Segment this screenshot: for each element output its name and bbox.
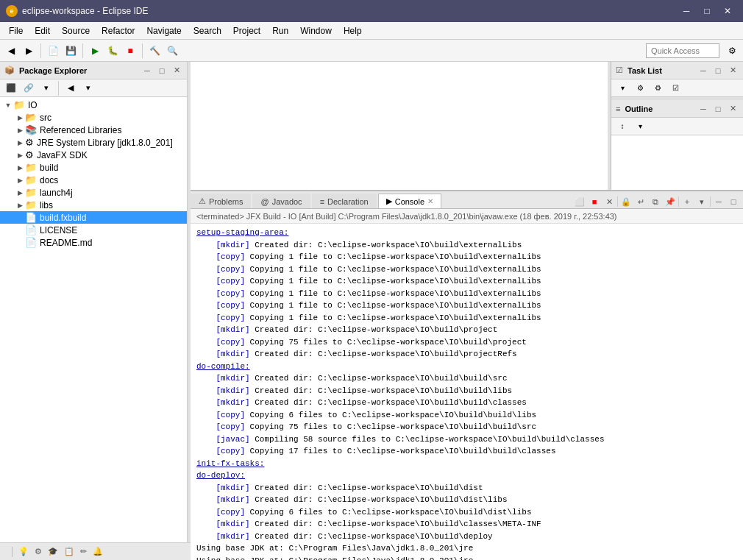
outline-icon: ≡ xyxy=(616,104,620,113)
scroll-lock-btn[interactable]: 🔒 xyxy=(619,195,633,208)
toolbar-sep-3 xyxy=(142,43,143,58)
new-button[interactable]: 📄 xyxy=(45,43,61,59)
tree-item-src[interactable]: ▶ 📂 src xyxy=(0,111,187,124)
tree-item-javafx[interactable]: ▶ ⚙ JavaFX SDK xyxy=(0,149,187,161)
tree-arrow-src: ▶ xyxy=(15,114,25,121)
console-tab[interactable]: ▶ Console ✕ xyxy=(378,194,441,208)
outline-maximize[interactable]: □ xyxy=(712,103,724,115)
word-wrap-btn[interactable]: ↵ xyxy=(634,195,647,208)
tree-item-build[interactable]: ▶ 📁 build xyxy=(0,161,187,174)
tree-item-io[interactable]: ▼ 📁 IO xyxy=(0,99,187,111)
tree-item-docs[interactable]: ▶ 📁 docs xyxy=(0,174,187,186)
right-side-panel: ☑ Task List ─ □ ✕ ▾ ⚙ ⚙ ☑ xyxy=(611,62,743,190)
console-line: [mkdir] Created dir: C:\eclipse-workspac… xyxy=(196,372,737,385)
problems-tab[interactable]: ⚠ Problems xyxy=(191,194,251,208)
console-line: [mkdir] Created dir: C:\eclipse-workspac… xyxy=(196,385,737,397)
menu-item-project[interactable]: Project xyxy=(227,22,266,39)
tree-item-launch4j[interactable]: ▶ 📁 launch4j xyxy=(0,186,187,199)
tree-label-src: src xyxy=(40,113,51,123)
console-line: setup-staging-area: xyxy=(196,227,737,239)
declaration-tab[interactable]: ≡ Declaration xyxy=(312,194,377,208)
tree-item-jresys[interactable]: ▶ ⚙ JRE System Library [jdk1.8.0_201] xyxy=(0,136,187,149)
toolbar-sep-1 xyxy=(40,43,41,58)
package-explorer-close[interactable]: ✕ xyxy=(171,65,182,77)
outline-header: ≡ Outline ─ □ ✕ xyxy=(611,100,743,118)
run-button[interactable]: ▶ xyxy=(87,43,103,59)
back-button[interactable]: ◀ xyxy=(3,43,19,59)
terminated-text: <terminated> JFX Build - IO [Ant Build] … xyxy=(196,212,617,221)
console-menu-btn[interactable]: ▾ xyxy=(695,195,708,208)
task-list-minimize[interactable]: ─ xyxy=(697,65,709,77)
collapse-all-button[interactable]: ⬛ xyxy=(3,80,19,96)
javadoc-tab-icon: @ xyxy=(260,197,269,206)
link-editor-button[interactable]: 🔗 xyxy=(21,80,37,96)
menu-item-source[interactable]: Source xyxy=(56,22,96,39)
menu-item-file[interactable]: File xyxy=(3,22,29,39)
task-complete-btn[interactable]: ☑ xyxy=(667,80,683,96)
editor-area: ☑ Task List ─ □ ✕ ▾ ⚙ ⚙ ☑ xyxy=(191,62,743,191)
outline-sort-btn[interactable]: ↕ xyxy=(614,118,630,135)
status-icon4: 📋 xyxy=(64,547,74,556)
tree-item-libs[interactable]: ▶ 📁 libs xyxy=(0,199,187,211)
task-new-btn[interactable]: ▾ xyxy=(614,80,630,96)
tree-item-license[interactable]: 📄 LICENSE xyxy=(0,224,187,236)
new-console-btn[interactable]: + xyxy=(680,195,694,208)
close-button[interactable]: ✕ xyxy=(718,4,737,18)
terminate-console-btn[interactable]: ✕ xyxy=(602,195,616,208)
search-toolbar-button[interactable]: 🔍 xyxy=(164,43,180,59)
stop-console-btn[interactable]: ■ xyxy=(588,195,601,208)
forward-button[interactable]: ▶ xyxy=(21,43,37,59)
console-line: [copy] Copying 17 files to C:\eclipse-wo… xyxy=(196,445,737,458)
menu-item-search[interactable]: Search xyxy=(188,22,227,39)
console-tab-close[interactable]: ✕ xyxy=(427,198,433,205)
tree-item-buildfx[interactable]: 📄 build.fxbuild xyxy=(0,211,187,224)
pin-console-btn[interactable]: 📌 xyxy=(664,195,677,208)
console-line: [copy] Copying 1 file to C:\eclipse-work… xyxy=(196,251,737,263)
outline-filter-btn[interactable]: ▾ xyxy=(632,118,648,135)
menu-item-window[interactable]: Window xyxy=(294,22,338,39)
quick-access-input[interactable] xyxy=(646,43,719,58)
tree-arrow-javafx: ▶ xyxy=(15,152,25,159)
console-max-btn[interactable]: □ xyxy=(727,195,740,208)
package-explorer-maximize[interactable]: □ xyxy=(156,65,168,77)
status-bulb-icon: 💡 xyxy=(18,547,29,556)
stop-button[interactable]: ■ xyxy=(122,43,138,59)
toolbar: ◀ ▶ 📄 💾 ▶ 🐛 ■ 🔨 🔍 ⚙ xyxy=(0,40,743,62)
problems-tab-label: Problems xyxy=(209,197,243,206)
outline-close[interactable]: ✕ xyxy=(727,103,739,115)
build-button[interactable]: 🔨 xyxy=(146,43,163,59)
view-menu-button[interactable]: ▾ xyxy=(38,80,54,96)
minimize-button[interactable]: ─ xyxy=(677,4,696,18)
window-controls: ─ □ ✕ xyxy=(677,4,737,18)
maximize-button[interactable]: □ xyxy=(697,4,717,18)
console-line: [copy] Copying 6 files to C:\eclipse-wor… xyxy=(196,506,737,519)
view-menu2-button[interactable]: ▾ xyxy=(80,80,96,96)
console-line: [mkdir] Created dir: C:\eclipse-workspac… xyxy=(196,324,737,336)
console-min-btn[interactable]: ─ xyxy=(712,195,725,208)
tree-label-buildfx: build.fxbuild xyxy=(40,213,86,223)
menu-item-refactor[interactable]: Refactor xyxy=(96,22,141,39)
menu-item-help[interactable]: Help xyxy=(338,22,368,39)
menu-item-run[interactable]: Run xyxy=(266,22,294,39)
back-tree-button[interactable]: ◀ xyxy=(63,80,79,96)
task-cat-btn[interactable]: ⚙ xyxy=(632,80,648,96)
task-filter-btn[interactable]: ⚙ xyxy=(650,80,666,96)
debug-button[interactable]: 🐛 xyxy=(104,43,121,59)
menu-item-navigate[interactable]: Navigate xyxy=(141,22,187,39)
tree-item-reflibs[interactable]: ▶ 📚 Referenced Libraries xyxy=(0,124,187,136)
menu-item-edit[interactable]: Edit xyxy=(29,22,56,39)
perspective-button[interactable]: ⚙ xyxy=(724,43,740,59)
package-explorer-minimize[interactable]: ─ xyxy=(141,65,153,77)
console-output[interactable]: setup-staging-area: [mkdir] Created dir:… xyxy=(191,224,743,560)
javadoc-tab[interactable]: @ Javadoc xyxy=(252,194,310,208)
save-button[interactable]: 💾 xyxy=(63,43,79,59)
window-title: eclipse-workspace - Eclipse IDE xyxy=(22,6,148,16)
status-icon3: 🎓 xyxy=(48,547,58,556)
task-list-maximize[interactable]: □ xyxy=(712,65,724,77)
open-console-btn[interactable]: ⧉ xyxy=(649,195,662,208)
tree-item-readme[interactable]: 📄 README.md xyxy=(0,236,187,249)
outline-minimize[interactable]: ─ xyxy=(697,103,709,115)
clear-console-btn[interactable]: ⬜ xyxy=(573,195,586,208)
package-explorer-header: 📦 Package Explorer ─ □ ✕ xyxy=(0,62,187,79)
task-list-close[interactable]: ✕ xyxy=(727,65,739,77)
